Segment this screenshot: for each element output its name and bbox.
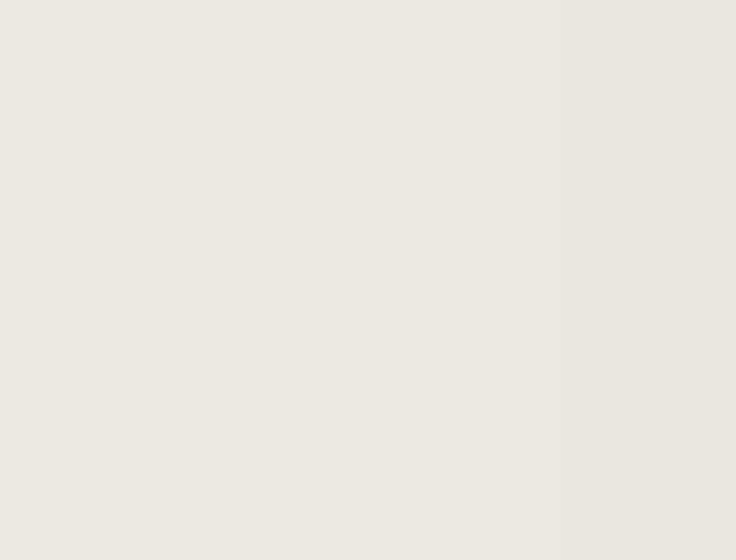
radar-application-window bbox=[0, 0, 736, 560]
product-info-panel bbox=[560, 0, 736, 560]
radar-map-display[interactable] bbox=[0, 0, 560, 560]
